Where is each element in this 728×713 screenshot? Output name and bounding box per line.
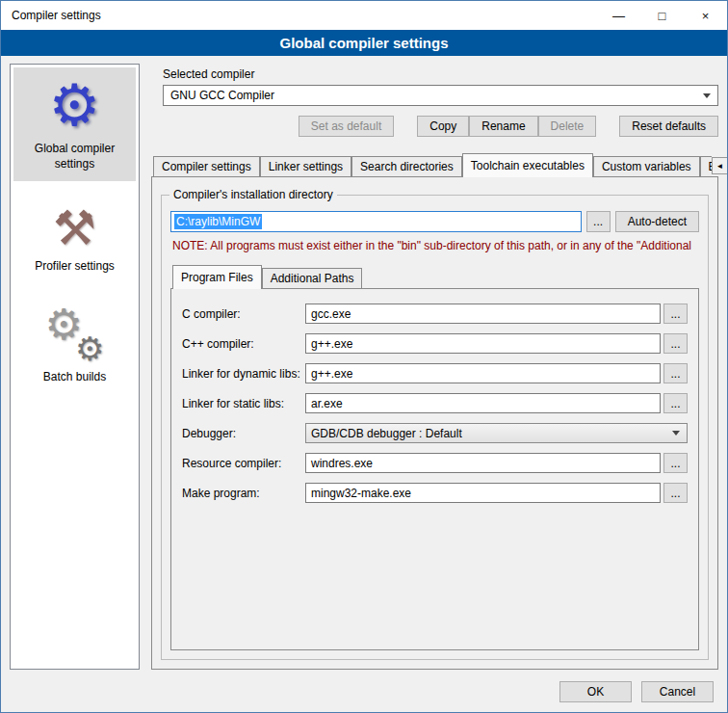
dialog-header: Global compiler settings: [1, 30, 727, 56]
field-row-cpp-compiler: C++ compiler: g++.exe ...: [182, 333, 688, 354]
c-compiler-input[interactable]: gcc.exe: [305, 304, 661, 324]
field-row-linker-dynamic: Linker for dynamic libs: g++.exe ...: [182, 363, 688, 383]
linker-dynamic-browse-button[interactable]: ...: [663, 363, 688, 383]
cpp-compiler-browse-button[interactable]: ...: [663, 333, 688, 354]
reset-defaults-button[interactable]: Reset defaults: [619, 116, 718, 137]
tab-additional-paths[interactable]: Additional Paths: [262, 268, 363, 288]
sidebar-item-label: Global compiler settings: [15, 142, 134, 172]
cpp-compiler-input[interactable]: g++.exe: [305, 333, 661, 354]
window-title: Compiler settings: [12, 9, 101, 22]
copy-button[interactable]: Copy: [417, 116, 469, 137]
gears-gray-icon: ⚙ ⚙: [45, 307, 105, 363]
tab-linker-settings[interactable]: Linker settings: [260, 156, 351, 176]
installation-directory-groupbox: Compiler's installation directory C:\ray…: [161, 195, 709, 660]
rename-button[interactable]: Rename: [469, 116, 537, 137]
ok-button[interactable]: OK: [559, 681, 632, 702]
field-row-make-program: Make program: mingw32-make.exe ...: [182, 483, 688, 503]
set-as-default-button[interactable]: Set as default: [299, 116, 394, 137]
selected-compiler-dropdown[interactable]: GNU GCC Compiler: [163, 85, 718, 106]
note-text: NOTE: All programs must exist either in …: [172, 239, 699, 252]
chevron-down-icon: [665, 424, 687, 442]
tab-compiler-settings[interactable]: Compiler settings: [153, 156, 260, 176]
cancel-button[interactable]: Cancel: [641, 681, 714, 702]
sidebar-item-label: Profiler settings: [35, 259, 115, 275]
field-row-resource-compiler: Resource compiler: windres.exe ...: [182, 453, 688, 473]
settings-category-list: ⚙ Global compiler settings ⚒ Profiler se…: [10, 64, 140, 670]
debugger-dropdown[interactable]: GDB/CDB debugger : Default: [305, 423, 688, 443]
resource-compiler-input[interactable]: windres.exe: [305, 453, 661, 473]
tab-program-files[interactable]: Program Files: [172, 265, 262, 289]
close-icon: ×: [702, 9, 710, 23]
make-program-label: Make program:: [182, 487, 305, 500]
dialog-footer: OK Cancel: [1, 672, 727, 712]
sidebar-item-batch-builds[interactable]: ⚙ ⚙ Batch builds: [13, 298, 136, 395]
sidebar-item-label: Batch builds: [43, 370, 106, 385]
field-row-debugger: Debugger: GDB/CDB debugger : Default: [182, 423, 688, 443]
tab-scrollers: ◄ ►: [712, 157, 728, 174]
browse-directory-button[interactable]: ...: [586, 211, 611, 232]
arrow-left-icon: ◄: [716, 162, 724, 171]
compiler-actions: Set as default Copy Rename Delete Reset …: [163, 116, 718, 137]
resource-compiler-label: Resource compiler:: [182, 457, 305, 470]
settings-tabstrip: Compiler settings Linker settings Search…: [151, 152, 718, 176]
tab-custom-variables[interactable]: Custom variables: [593, 156, 700, 176]
c-compiler-browse-button[interactable]: ...: [663, 304, 688, 324]
linker-static-browse-button[interactable]: ...: [663, 393, 688, 413]
selected-path-text: C:\raylib\MinGW: [174, 214, 262, 229]
main-panel: Selected compiler GNU GCC Compiler Set a…: [149, 64, 718, 670]
minimize-icon: —: [612, 9, 625, 23]
resource-compiler-value: windres.exe: [311, 457, 373, 470]
auto-detect-button[interactable]: Auto-detect: [615, 211, 699, 232]
compiler-settings-window: Compiler settings — □ × Global compiler …: [0, 0, 728, 713]
program-files-panel: C compiler: gcc.exe ... C++ compiler: g+…: [170, 288, 699, 650]
cpp-compiler-label: C++ compiler:: [182, 337, 305, 351]
linker-dynamic-input[interactable]: g++.exe: [305, 363, 661, 383]
tab-search-directories[interactable]: Search directories: [351, 156, 462, 176]
make-program-input[interactable]: mingw32-make.exe: [305, 483, 661, 503]
tab-scroll-left-button[interactable]: ◄: [712, 157, 728, 174]
tab-build-options[interactable]: Buil: [700, 156, 712, 176]
installation-directory-row: C:\raylib\MinGW ... Auto-detect: [170, 211, 699, 232]
titlebar[interactable]: Compiler settings — □ ×: [1, 1, 727, 30]
gear-blue-icon: ⚙: [49, 77, 101, 135]
maximize-icon: □: [659, 9, 666, 23]
selected-compiler-label: Selected compiler: [163, 67, 718, 81]
chevron-down-icon: [696, 86, 717, 105]
maximize-button[interactable]: □: [640, 1, 684, 30]
field-row-c-compiler: C compiler: gcc.exe ...: [182, 304, 688, 324]
linker-dynamic-label: Linker for dynamic libs:: [182, 367, 305, 381]
linker-dynamic-value: g++.exe: [311, 367, 352, 381]
sidebar-item-global-compiler-settings[interactable]: ⚙ Global compiler settings: [13, 67, 136, 181]
gear-icon: ⚙: [75, 332, 104, 365]
debugger-value: GDB/CDB debugger : Default: [311, 427, 462, 440]
cpp-compiler-value: g++.exe: [311, 337, 352, 351]
program-files-tabstrip: Program Files Additional Paths: [170, 265, 699, 288]
linker-static-value: ar.exe: [311, 397, 343, 410]
sidebar-item-profiler-settings[interactable]: ⚒ Profiler settings: [13, 195, 136, 284]
delete-button[interactable]: Delete: [538, 116, 597, 137]
minimize-button[interactable]: —: [597, 1, 640, 30]
field-row-linker-static: Linker for static libs: ar.exe ...: [182, 393, 688, 413]
toolchain-executables-panel: Compiler's installation directory C:\ray…: [151, 176, 718, 670]
linker-static-label: Linker for static libs:: [182, 397, 305, 410]
linker-static-input[interactable]: ar.exe: [305, 393, 661, 413]
installation-directory-input[interactable]: C:\raylib\MinGW: [170, 211, 582, 232]
close-button[interactable]: ×: [684, 1, 727, 30]
groupbox-title: Compiler's installation directory: [169, 188, 337, 201]
dialog-content: ⚙ Global compiler settings ⚒ Profiler se…: [1, 56, 727, 672]
resource-compiler-browse-button[interactable]: ...: [663, 453, 688, 473]
make-program-browse-button[interactable]: ...: [663, 483, 688, 503]
tab-toolchain-executables[interactable]: Toolchain executables: [462, 153, 593, 177]
profiler-tool-icon: ⚒: [53, 204, 96, 252]
c-compiler-value: gcc.exe: [311, 307, 351, 321]
debugger-label: Debugger:: [182, 427, 305, 440]
c-compiler-label: C compiler:: [182, 307, 305, 321]
make-program-value: mingw32-make.exe: [311, 487, 411, 500]
selected-compiler-value: GNU GCC Compiler: [170, 89, 274, 102]
window-controls: — □ ×: [597, 1, 727, 30]
